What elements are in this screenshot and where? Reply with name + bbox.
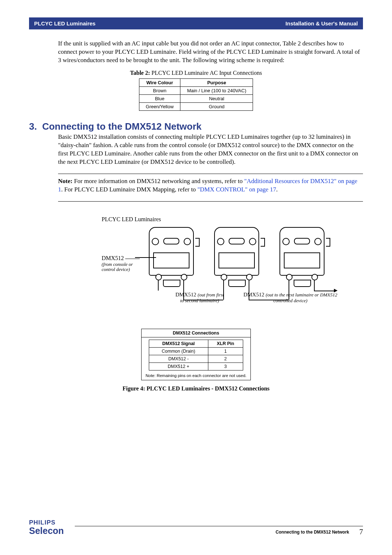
diagram-dmx-sub: (from console or control device) bbox=[102, 262, 133, 272]
section-heading: 3. Connecting to the DMX512 Network bbox=[29, 121, 363, 132]
table2-caption-rest: PLCYC LED Luminaire AC Input Connections bbox=[150, 70, 262, 76]
page-number: 7 bbox=[359, 528, 363, 536]
brand-top: PHILIPS bbox=[29, 519, 64, 526]
diagram-dmx-label: DMX512 bbox=[102, 255, 140, 262]
header-left: PLCYC LED Luminaires bbox=[34, 20, 95, 27]
cable-line bbox=[314, 291, 334, 291]
diagram-mid-label-1: DMX512 (out from first to second luminai… bbox=[163, 292, 236, 304]
rule-top bbox=[58, 174, 363, 174]
note-text1: For more information on DMX512 networkin… bbox=[73, 178, 244, 185]
dmx-table-title: DMX512 Connections bbox=[142, 329, 250, 337]
table2-caption: Table 2: PLCYC LED Luminaire AC Input Co… bbox=[29, 70, 363, 76]
cable-line bbox=[314, 280, 315, 291]
brand-logo: PHILIPS Selecon bbox=[29, 519, 64, 536]
luminaire-icon bbox=[149, 223, 196, 280]
table-row: DMX512 -2 bbox=[149, 355, 243, 363]
dmx-h1: XLR Pin bbox=[208, 340, 243, 348]
page-header-bar: PLCYC LED Luminaires Installation & User… bbox=[29, 17, 363, 29]
note-block: Note: For more information on DMX512 net… bbox=[58, 177, 363, 194]
table-row: DMX512 +3 bbox=[149, 363, 243, 370]
note-link2[interactable]: "DMX CONTROL" on page 17 bbox=[197, 186, 276, 193]
header-right: Installation & User's Manual bbox=[286, 20, 358, 27]
cable-line bbox=[158, 280, 159, 291]
diagram-mid-label-2: DMX512 (out to the next luminaire or DMX… bbox=[240, 292, 341, 304]
section-paragraph: Basic DMX512 installation consists of co… bbox=[58, 133, 363, 166]
table-row: Blue Neutral bbox=[139, 94, 253, 102]
dmx-h0: DMX512 Signal bbox=[149, 340, 208, 348]
table-row: Common (Drain)1 bbox=[149, 348, 243, 355]
rule-bottom bbox=[58, 201, 363, 202]
brand-bottom: Selecon bbox=[29, 526, 64, 536]
note-text3: . bbox=[276, 186, 278, 193]
note-prefix: Note: bbox=[58, 178, 73, 185]
footer-section-ref: Connecting to the DMX512 Network bbox=[275, 530, 349, 535]
table2-caption-label: Table 2: bbox=[130, 70, 150, 76]
page-footer: PHILIPS Selecon Connecting to the DMX512… bbox=[29, 519, 363, 536]
figure-caption: Figure 4: PLCYC LED Luminaires - DMX512 … bbox=[29, 385, 363, 392]
table-row: Green/Yellow Ground bbox=[139, 102, 253, 110]
dmx-connections-table: DMX512 Connections DMX512 Signal XLR Pin… bbox=[141, 329, 251, 380]
diagram-top-label: PLCYC LED Luminaires bbox=[102, 216, 161, 223]
note-text2: . For PLCYC LED Luminaire DMX Mapping, r… bbox=[61, 186, 197, 193]
ac-input-table: Wire Colour Purpose Brown Main / Line (1… bbox=[139, 78, 253, 111]
intro-paragraph: If the unit is supplied with an AC input… bbox=[58, 40, 363, 65]
dmx-diagram: PLCYC LED Luminaires DMX512 (from consol… bbox=[76, 216, 338, 318]
section-number: 3. bbox=[29, 121, 37, 132]
footer-rule bbox=[75, 526, 363, 526]
table-row: Brown Main / Line (100 to 240VAC) bbox=[139, 86, 253, 94]
section-title: Connecting to the DMX512 Network bbox=[42, 121, 201, 132]
luminaire-icon bbox=[214, 223, 261, 280]
luminaire-icon bbox=[279, 223, 327, 280]
table2-h1: Purpose bbox=[180, 78, 253, 86]
table2-h0: Wire Colour bbox=[139, 78, 180, 86]
dmx-table-note: Note: Remaining pins on each connector a… bbox=[142, 372, 250, 380]
cable-line bbox=[135, 257, 156, 258]
